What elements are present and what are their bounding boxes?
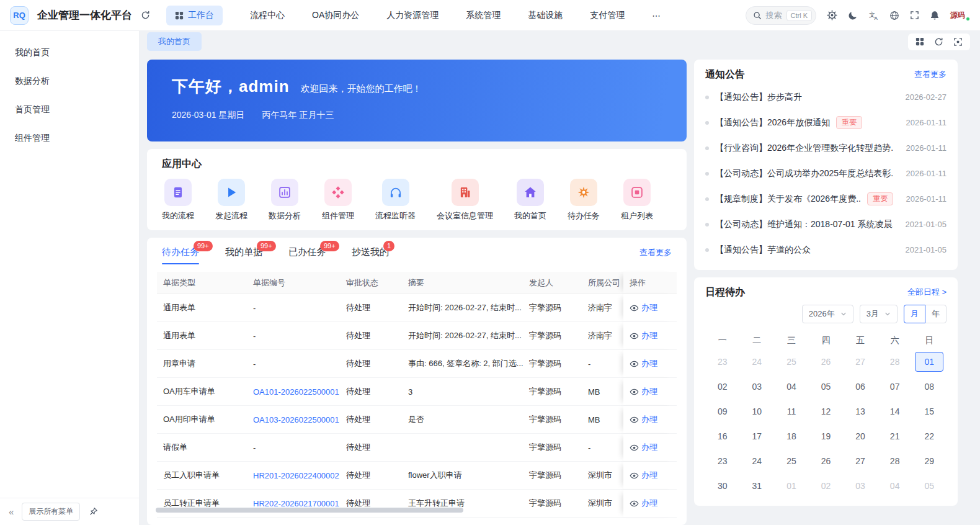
calendar-day[interactable]: 14	[878, 399, 912, 424]
handle-button[interactable]: 办理	[623, 490, 677, 517]
view-month-button[interactable]: 月	[904, 305, 925, 323]
task-tab[interactable]: 已办任务99+	[288, 246, 326, 264]
tasks-more-link[interactable]: 查看更多	[639, 247, 672, 264]
app-shortcut[interactable]: 流程监听器	[375, 179, 416, 222]
calendar-day[interactable]: 25	[774, 449, 809, 473]
calendar-day[interactable]: 30	[705, 473, 740, 498]
nav-item[interactable]: ⋯	[652, 11, 661, 20]
sidebar-item[interactable]: 我的首页	[0, 38, 139, 67]
app-shortcut[interactable]: 组件管理	[322, 179, 354, 222]
month-select[interactable]: 3月	[860, 305, 898, 323]
handle-button[interactable]: 办理	[623, 350, 677, 377]
calendar-day[interactable]: 07	[878, 374, 912, 399]
app-shortcut[interactable]: 待办任务	[568, 179, 600, 222]
calendar-day[interactable]: 01	[774, 473, 809, 498]
app-shortcut[interactable]: 我的首页	[514, 179, 546, 222]
task-tab[interactable]: 我的单据99+	[225, 246, 262, 264]
calendar-day[interactable]: 05	[809, 374, 844, 399]
calendar-day[interactable]: 13	[843, 399, 878, 424]
notice-item[interactable]: 【通知公告】步步高升2026-02-27	[705, 84, 947, 110]
calendar-day[interactable]: 22	[912, 424, 947, 449]
app-shortcut[interactable]: 会议室信息管理	[437, 179, 493, 222]
year-select[interactable]: 2026年	[802, 305, 853, 323]
horizontal-scrollbar[interactable]	[156, 508, 463, 513]
calendar-day[interactable]: 01	[912, 349, 947, 374]
notice-item[interactable]: 【规章制度】关于发布《2026年度费...重要2026-01-11	[705, 186, 947, 212]
calendar-day[interactable]: 06	[843, 374, 878, 399]
calendar-day[interactable]: 18	[774, 424, 809, 449]
notice-item[interactable]: 【公司动态】维护通知：2018-07-01 系统凌晨...2021-01-05	[705, 212, 947, 237]
nav-item[interactable]: 系统管理	[466, 10, 501, 21]
fullscreen-icon[interactable]	[910, 11, 919, 20]
calendar-day[interactable]: 26	[809, 449, 844, 473]
translate-icon[interactable]: 文A	[868, 10, 879, 20]
app-logo[interactable]: RQ	[10, 6, 29, 25]
calendar-day[interactable]: 16	[705, 424, 740, 449]
cell-doc-number[interactable]: HR202-2026021700001	[247, 490, 340, 517]
moon-icon[interactable]	[848, 11, 858, 20]
show-all-menu-button[interactable]: 展示所有菜单	[22, 503, 80, 521]
sidebar-item[interactable]: 首页管理	[0, 96, 139, 124]
calendar-day[interactable]: 24	[740, 449, 775, 473]
calendar-day[interactable]: 26	[809, 349, 844, 374]
notice-item[interactable]: 【行业咨询】2026年企业管理数字化转型趋势...2026-01-11	[705, 135, 947, 161]
calendar-day[interactable]: 20	[843, 424, 878, 449]
calendar-day[interactable]: 31	[740, 473, 775, 498]
reload-page-icon[interactable]	[934, 37, 943, 47]
bell-icon[interactable]	[930, 11, 940, 20]
nav-item[interactable]: 基础设施	[528, 10, 563, 21]
calendar-day[interactable]: 12	[809, 399, 844, 424]
schedule-more-link[interactable]: 全部日程 >	[907, 287, 947, 298]
collapse-sidebar-button[interactable]: «	[9, 506, 13, 517]
calendar-day[interactable]: 02	[705, 374, 740, 399]
calendar-day[interactable]: 09	[705, 399, 740, 424]
cell-doc-number[interactable]: OA103-2026022500001	[247, 406, 340, 433]
calendar-day[interactable]: 27	[843, 349, 878, 374]
handle-button[interactable]: 办理	[623, 434, 677, 461]
handle-button[interactable]: 办理	[623, 406, 677, 433]
task-tab[interactable]: 待办任务99+	[162, 246, 199, 264]
calendar-day[interactable]: 27	[843, 449, 878, 473]
calendar-day[interactable]: 17	[740, 424, 775, 449]
notice-item[interactable]: 【公司动态】公司成功举办2025年度总结表彰...2026-01-11	[705, 161, 947, 186]
search-box[interactable]: 搜索 Ctrl K	[746, 6, 817, 25]
globe-icon[interactable]	[889, 11, 899, 20]
gear-icon[interactable]	[827, 10, 837, 20]
calendar-day[interactable]: 23	[705, 449, 740, 473]
layout-grid-icon[interactable]	[915, 37, 924, 47]
cell-doc-number[interactable]: OA101-2026022500001	[247, 378, 340, 405]
notice-item[interactable]: 【通知公告】2026年放假通知重要2026-01-11	[705, 110, 947, 135]
focus-mode-icon[interactable]	[953, 37, 963, 47]
app-shortcut[interactable]: 发起流程	[215, 179, 247, 222]
handle-button[interactable]: 办理	[623, 378, 677, 405]
nav-item[interactable]: 人力资源管理	[386, 10, 439, 21]
handle-button[interactable]: 办理	[623, 294, 677, 321]
notice-item[interactable]: 【通知公告】芋道的公众2021-01-05	[705, 237, 947, 262]
handle-button[interactable]: 办理	[623, 462, 677, 489]
calendar-day[interactable]: 24	[740, 349, 775, 374]
cell-doc-number[interactable]: HR201-2026022400002	[247, 462, 340, 489]
pin-icon[interactable]	[89, 507, 98, 516]
nav-item[interactable]: OA协同办公	[312, 10, 359, 21]
calendar-day[interactable]: 10	[740, 399, 775, 424]
app-shortcut[interactable]: 我的流程	[162, 179, 194, 222]
sidebar-item[interactable]: 数据分析	[0, 67, 139, 96]
handle-button[interactable]: 办理	[623, 322, 677, 349]
calendar-day[interactable]: 23	[705, 349, 740, 374]
app-shortcut[interactable]: 数据分析	[269, 179, 301, 222]
refresh-icon[interactable]	[141, 11, 150, 20]
user-avatar[interactable]: 源码	[950, 10, 970, 20]
calendar-day[interactable]: 08	[912, 374, 947, 399]
nav-item[interactable]: 支付管理	[590, 10, 625, 21]
nav-item[interactable]: 流程中心	[250, 10, 285, 21]
calendar-day[interactable]: 04	[878, 473, 912, 498]
app-shortcut[interactable]: 租户列表	[621, 179, 653, 222]
nav-item[interactable]: 工作台	[166, 6, 223, 25]
calendar-day[interactable]: 28	[878, 349, 912, 374]
calendar-day[interactable]: 02	[809, 473, 844, 498]
calendar-day[interactable]: 28	[878, 449, 912, 473]
view-year-button[interactable]: 年	[925, 305, 947, 323]
calendar-day[interactable]: 05	[912, 473, 947, 498]
calendar-day[interactable]: 19	[809, 424, 844, 449]
calendar-day[interactable]: 03	[740, 374, 775, 399]
